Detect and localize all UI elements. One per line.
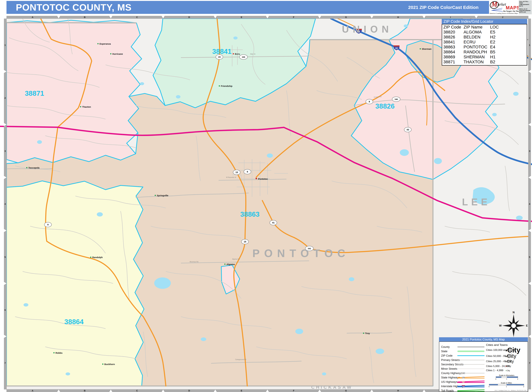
swatch-state-hwy-a [457,376,485,378]
swatch-state [457,350,485,352]
grid-row-label: 3 [5,150,6,152]
zip-index-title: ZIP Code Index/Grid Locator [442,19,527,24]
grid-row-label: 4 [529,203,530,205]
grid-row-label: 7 [529,362,530,364]
col-loc: LOC [490,25,499,30]
town-sherman: Sherman [422,48,431,50]
grid-col-label: E [241,16,242,19]
grid-row-label: 7 [5,362,6,364]
town-robbs: Robbs [56,352,63,354]
shield-15-city: 15 [235,171,238,173]
logo-subtitle: America's Leading Source of Business Map… [490,13,520,14]
zip-label-38864: 38864 [64,318,84,326]
copyright-line: 2021 © Intelligent Direct, Inc., Wellsbo… [495,390,527,391]
contact-call-label: CALL US TOLL FREE! [519,1,531,4]
city-sample-50k: City [506,353,516,359]
town-toccopola: Toccopola [28,166,40,169]
logo-tagline: On Target. On Time. [503,10,520,12]
table-row: 38864RANDOLPHB5 [442,50,527,55]
street-label: Algoma Rd [232,258,240,260]
city-sample-1k: City [506,369,510,372]
grid-row-label: 3 [529,150,530,152]
zip-regions [6,19,499,386]
county-label-lee: LEE [462,197,491,207]
marketmaps-logo: M arket MAPS On Target. On Time. America… [489,0,532,15]
grid-row-label: 1 [529,44,530,46]
grid-col-label: D [188,389,190,392]
street-label: Main St [250,53,255,55]
grid-col-label: I [450,16,451,19]
grid-row-label: 6 [529,309,530,311]
logo-m: M [491,0,498,8]
swatch-us-hwy-b [457,382,485,383]
legend-primary-streets: Primary Streets [441,359,460,362]
grid-row-label: 4 [5,203,6,205]
shield-15: 15 [218,56,221,58]
town-ecru: Ecru [235,53,240,55]
legend-us-highways: US Highways [441,380,457,383]
shield-345: 345 [242,56,245,58]
table-row: 38871THAXTONB2 [442,60,527,65]
legend-county: County [441,345,450,349]
zip-index-body: ZIP Code ZIP Name LOC 38820ALGOMAE5 3882… [442,24,527,65]
shield-9-east: 9 [369,100,370,103]
town-thaxton: Thaxton [82,106,91,108]
grid-col-label: E [241,389,242,392]
contact-email-label: EMAIL US AT: [519,8,531,10]
grid-col-label: A [32,389,33,392]
scale-mi-bar [489,384,524,385]
grid-row-label: 6 [5,309,6,311]
contact-phone: 1-888-434-MAPS (6277) [519,4,531,7]
grid-col-label: F [293,389,294,392]
badge-county-hwy: 123 [462,372,465,374]
logo-contact-box: CALL US TOLL FREE! 1-888-434-MAPS (6277)… [519,0,532,14]
grid-col-label: C [136,389,138,392]
shield-15-south: 15 [244,240,246,243]
legend-toll-roads: Toll Roads [441,389,454,392]
zip-label-38841: 38841 [212,47,232,55]
grid-col-label: D [188,16,190,19]
swatch-zipcode [457,355,485,356]
town-hurricane: Hurricane [112,53,123,55]
grid-col-label: H [397,16,399,19]
grid-col-label: B [84,16,86,19]
street-label: Moorman Rd [190,261,198,263]
swatch-county-hwy [457,373,485,373]
logo-maps: MAPS [506,5,520,10]
town-esperanza: Esperanza [99,42,111,45]
scale-mi-title: Scale in Miles [501,382,512,384]
table-row: 38820ALGOMAE5 [442,30,527,35]
logo-scribble-icon [492,10,503,12]
compass-n: N [513,311,515,314]
scale-km-bar [496,377,518,378]
grid-col-label: F [293,16,294,19]
grid-row-label: 5 [529,256,530,258]
grid-col-label: G [345,389,347,392]
map-legend: 2021 Pontotoc County, MS Map County Stat… [439,337,528,392]
grid-col-label: C [136,16,138,19]
col-zip-name: ZIP Name [464,25,483,30]
zip-index-header-row: ZIP Code ZIP Name LOC [442,25,527,30]
legend-title: 2021 Pontotoc County, MS Map [439,337,528,341]
zip-index-table: ZIP Code Index/Grid Locator ZIP Code ZIP… [442,19,527,65]
cities-and-towns-header: Cities and Towns [486,343,508,347]
zip-label-38826: 38826 [375,102,395,110]
logo-market: arket [498,2,506,7]
town-springville: Springville [157,194,168,197]
grid-col-label: G [345,16,347,19]
page: { "header": { "title": "PONTOTOC COUNTY,… [0,0,532,392]
grid-col-label: A [32,16,33,19]
grid-col-label: H [397,389,399,392]
swatch-county [457,346,485,348]
county-label-union: UNION [342,24,392,35]
town-friendship: Friendship [221,85,233,87]
swatch-toll-a [457,389,485,391]
zip-region-38864 [6,181,144,386]
shield-346: 346 [395,98,398,100]
county-label-chickasaw: CHICKASAW [311,385,353,390]
swatch-minor [457,369,485,369]
table-row: 38826BELDENH2 [442,35,527,40]
grid-row-label: 5 [5,256,6,258]
svg-text:22: 22 [395,47,398,49]
street-label: Campground Rd [235,359,246,360]
